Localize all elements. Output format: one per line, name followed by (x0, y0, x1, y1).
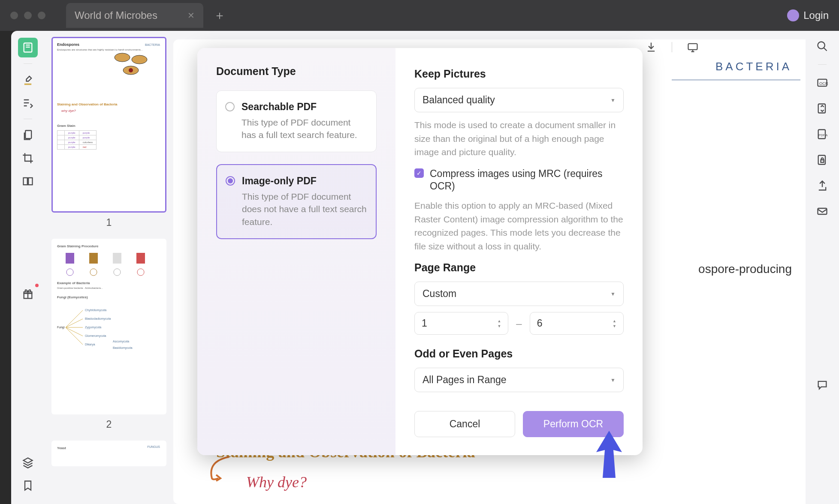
highlight-button[interactable] (18, 70, 38, 90)
pages-icon (22, 129, 34, 141)
thumbnail-page-3[interactable]: Yeast FUNGUS (51, 441, 166, 466)
range-from-input[interactable]: 1 ▲▼ (414, 312, 508, 335)
protect-button[interactable] (815, 152, 830, 168)
svg-point-10 (66, 269, 73, 276)
titlebar: World of Microbes ✕ ＋ Login (0, 0, 839, 31)
document-type-title: Document Type (216, 65, 377, 78)
instruction-arrow (592, 429, 626, 480)
chevron-down-icon: ▼ (610, 377, 616, 383)
chevron-down-icon: ▼ (610, 291, 616, 297)
svg-point-16 (137, 269, 144, 276)
svg-text:Fungi: Fungi (57, 326, 65, 329)
quality-select[interactable]: Balanced quality ▼ (414, 88, 624, 112)
comment-button[interactable] (815, 377, 830, 393)
svg-text:Zygomycota: Zygomycota (85, 326, 101, 329)
svg-rect-1 (25, 131, 31, 139)
svg-rect-11 (89, 253, 98, 264)
pdfa-button[interactable]: PDF/A (815, 126, 830, 142)
svg-rect-15 (136, 253, 145, 264)
layers-button[interactable] (18, 453, 38, 472)
svg-text:Ascomycota: Ascomycota (113, 340, 129, 343)
searchable-title: Searchable PDF (241, 101, 368, 113)
thumbnail-page-2[interactable]: Gram Staining Procedure Example of Bacte… (51, 239, 166, 414)
bookmark-icon (22, 480, 34, 492)
svg-point-14 (114, 269, 121, 276)
svg-text:Dikarya: Dikarya (85, 343, 95, 346)
mrc-description: Enable this option to apply an MRC-based… (414, 199, 624, 253)
range-mode-select[interactable]: Custom ▼ (414, 282, 624, 306)
page-header-tag: BACTERIA (715, 60, 792, 73)
annotate-button[interactable] (18, 93, 38, 113)
search-button[interactable] (815, 39, 830, 54)
modal-left-panel: Document Type Searchable PDF This type o… (197, 48, 395, 455)
range-to-value: 6 (537, 318, 543, 329)
present-button[interactable] (685, 39, 700, 55)
svg-rect-42 (818, 208, 827, 214)
range-from-value: 1 (422, 318, 427, 329)
modal-right-panel: Keep Pictures Balanced quality ▼ This mo… (395, 48, 643, 455)
pages-button[interactable] (18, 125, 38, 145)
svg-point-6 (132, 55, 147, 64)
svg-rect-43 (688, 44, 697, 50)
mrc-checkbox[interactable]: ✓ (414, 168, 424, 178)
gift-icon (22, 288, 34, 300)
odd-even-label: Odd or Even Pages (414, 348, 624, 360)
tab-document[interactable]: World of Microbes ✕ (66, 3, 203, 28)
option-searchable-pdf[interactable]: Searchable PDF This type of PDF document… (216, 90, 377, 152)
svg-rect-2 (24, 178, 27, 185)
login-area[interactable]: Login (787, 9, 829, 21)
maximize-window-button[interactable] (38, 12, 45, 19)
download-button[interactable] (643, 39, 659, 55)
close-tab-icon[interactable]: ✕ (187, 10, 195, 21)
right-toolbar: OCR PDF/A (806, 31, 839, 504)
avatar-icon (787, 9, 799, 21)
tab-title: World of Microbes (75, 9, 157, 21)
left-toolbar (11, 31, 45, 504)
svg-point-34 (818, 42, 825, 49)
convert-button[interactable] (815, 101, 830, 116)
range-inputs-row: 1 ▲▼ – 6 ▲▼ (414, 312, 624, 335)
book-icon (22, 42, 34, 54)
mrc-checkbox-row[interactable]: ✓ Compress images using MRC (requires OC… (414, 168, 624, 193)
arrow-doodle (199, 453, 238, 487)
svg-text:Blastocladiomycota: Blastocladiomycota (85, 317, 111, 321)
radio-image-only[interactable] (226, 176, 235, 186)
svg-rect-9 (66, 253, 74, 264)
chevron-down-icon: ▼ (610, 97, 616, 103)
svg-text:PDF/A: PDF/A (819, 134, 828, 137)
screen-icon (687, 41, 699, 53)
searchable-desc: This type of PDF document has a full tex… (241, 116, 368, 141)
svg-rect-3 (28, 178, 32, 185)
option-image-only-pdf[interactable]: Image-only PDF This type of PDF document… (216, 164, 377, 239)
ocr-icon: OCR (816, 77, 828, 89)
thumbnail-page-1[interactable]: Endospores Endospores are structures tha… (51, 37, 166, 213)
stepper-controls[interactable]: ▲▼ (613, 319, 616, 328)
gift-button[interactable] (18, 285, 38, 304)
compare-icon (22, 175, 34, 187)
ocr-button[interactable]: OCR (815, 75, 830, 90)
email-button[interactable] (815, 204, 830, 219)
svg-text:Basidiomycota: Basidiomycota (113, 346, 133, 350)
minimize-window-button[interactable] (24, 12, 32, 19)
comment-icon (816, 379, 828, 391)
cancel-button[interactable]: Cancel (414, 411, 515, 437)
compare-button[interactable] (18, 171, 38, 191)
odd-even-select[interactable]: All Pages in Range ▼ (414, 368, 624, 392)
bookmark-button[interactable] (18, 476, 38, 495)
lock-file-icon (816, 154, 828, 166)
new-tab-button[interactable]: ＋ (214, 7, 226, 24)
crop-button[interactable] (18, 148, 38, 168)
pen-note-icon (22, 97, 34, 109)
pdfa-icon: PDF/A (816, 128, 828, 140)
crop-icon (22, 152, 34, 164)
highlighter-icon (22, 74, 34, 86)
range-dash: – (516, 318, 522, 330)
range-to-input[interactable]: 6 ▲▼ (530, 312, 624, 335)
svg-rect-13 (113, 253, 121, 264)
close-window-button[interactable] (10, 12, 18, 19)
radio-searchable[interactable] (225, 102, 235, 111)
stepper-controls[interactable]: ▲▼ (497, 319, 501, 328)
svg-text:Glomeromycota: Glomeromycota (85, 334, 106, 338)
share-button[interactable] (815, 178, 830, 193)
reader-mode-button[interactable] (18, 38, 38, 57)
